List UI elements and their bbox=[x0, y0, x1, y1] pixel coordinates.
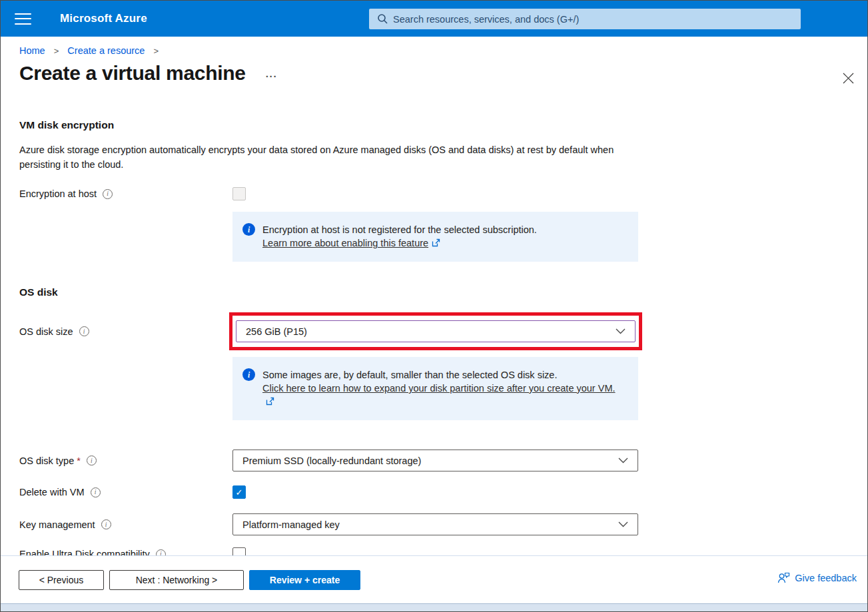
info-icon[interactable]: i bbox=[103, 189, 113, 199]
key-management-dropdown[interactable]: Platform-managed key bbox=[232, 513, 638, 535]
breadcrumb-separator: > bbox=[54, 46, 59, 56]
red-highlight-annotation: 256 GiB (P15) bbox=[229, 312, 642, 350]
top-bar: Microsoft Azure bbox=[1, 1, 867, 37]
checkmark-icon: ✓ bbox=[236, 487, 243, 497]
info-filled-icon: i bbox=[242, 223, 255, 236]
info-filled-icon: i bbox=[242, 368, 255, 381]
required-marker: * bbox=[77, 456, 81, 466]
os-disk-heading: OS disk bbox=[19, 286, 867, 298]
search-input[interactable] bbox=[369, 9, 801, 29]
os-disk-size-value: 256 GiB (P15) bbox=[246, 326, 307, 337]
encryption-at-host-row: Encryption at host i bbox=[19, 187, 867, 200]
encryption-info-text: Encryption at host is not registered for… bbox=[262, 224, 537, 235]
external-link-icon bbox=[266, 396, 274, 409]
page-title: Create a virtual machine bbox=[19, 62, 246, 85]
os-disk-size-info-text: Some images are, by default, smaller tha… bbox=[262, 370, 557, 380]
os-disk-size-row: OS disk size i 256 GiB (P15) bbox=[19, 312, 867, 350]
search-icon bbox=[377, 13, 388, 25]
review-create-button[interactable]: Review + create bbox=[249, 570, 360, 590]
key-management-row: Key management i Platform-managed key bbox=[19, 513, 867, 535]
chevron-down-icon bbox=[618, 521, 628, 527]
give-feedback-label: Give feedback bbox=[795, 573, 857, 583]
vm-disk-encryption-heading: VM disk encryption bbox=[19, 119, 867, 131]
chevron-down-icon bbox=[618, 458, 628, 463]
info-icon[interactable]: i bbox=[91, 487, 101, 497]
key-management-value: Platform-managed key bbox=[242, 519, 340, 530]
encryption-at-host-label: Encryption at host bbox=[19, 188, 97, 199]
delete-with-vm-label: Delete with VM bbox=[19, 487, 85, 497]
delete-with-vm-row: Delete with VM i ✓ bbox=[19, 485, 867, 499]
os-disk-size-label: OS disk size bbox=[19, 326, 73, 337]
encryption-at-host-checkbox bbox=[232, 187, 246, 200]
os-disk-type-label: OS disk type bbox=[19, 456, 74, 466]
info-icon[interactable]: i bbox=[87, 456, 97, 465]
learn-more-link[interactable]: Learn more about enabling this feature bbox=[262, 238, 428, 248]
close-icon[interactable] bbox=[843, 73, 854, 87]
key-management-label: Key management bbox=[19, 519, 95, 530]
more-options-icon[interactable]: ··· bbox=[266, 71, 278, 82]
hamburger-menu-icon[interactable] bbox=[15, 13, 31, 25]
encryption-info-box: i Encryption at host is not registered f… bbox=[232, 212, 638, 262]
breadcrumb-home[interactable]: Home bbox=[19, 45, 45, 56]
vm-disk-encryption-description: Azure disk storage encryption automatica… bbox=[19, 143, 627, 172]
delete-with-vm-checkbox[interactable]: ✓ bbox=[232, 485, 246, 499]
breadcrumb: Home > Create a resource > bbox=[19, 45, 867, 56]
brand-title[interactable]: Microsoft Azure bbox=[60, 12, 147, 25]
info-icon[interactable]: i bbox=[101, 519, 111, 529]
next-networking-button[interactable]: Next : Networking > bbox=[109, 570, 244, 590]
chevron-down-icon bbox=[616, 328, 626, 334]
previous-button[interactable]: < Previous bbox=[19, 570, 104, 590]
external-link-icon bbox=[432, 237, 440, 250]
give-feedback-link[interactable]: Give feedback bbox=[777, 572, 857, 583]
footer-bar: < Previous Next : Networking > Review + … bbox=[1, 556, 867, 603]
os-disk-size-info-box: i Some images are, by default, smaller t… bbox=[232, 357, 638, 420]
bottom-strip bbox=[1, 603, 867, 611]
os-disk-type-dropdown[interactable]: Premium SSD (locally-redundant storage) bbox=[232, 450, 638, 471]
azure-portal-window: Microsoft Azure Home > Create a resource… bbox=[0, 0, 868, 612]
feedback-icon bbox=[777, 572, 790, 583]
os-disk-size-dropdown[interactable]: 256 GiB (P15) bbox=[236, 320, 636, 342]
breadcrumb-create-a-resource[interactable]: Create a resource bbox=[67, 45, 145, 56]
info-icon[interactable]: i bbox=[79, 326, 89, 336]
global-search[interactable] bbox=[369, 9, 801, 29]
os-disk-type-row: OS disk type * i Premium SSD (locally-re… bbox=[19, 450, 867, 471]
breadcrumb-separator: > bbox=[153, 46, 159, 56]
os-disk-type-value: Premium SSD (locally-redundant storage) bbox=[242, 456, 421, 466]
expand-partition-link[interactable]: Click here to learn how to expand your d… bbox=[262, 383, 616, 394]
